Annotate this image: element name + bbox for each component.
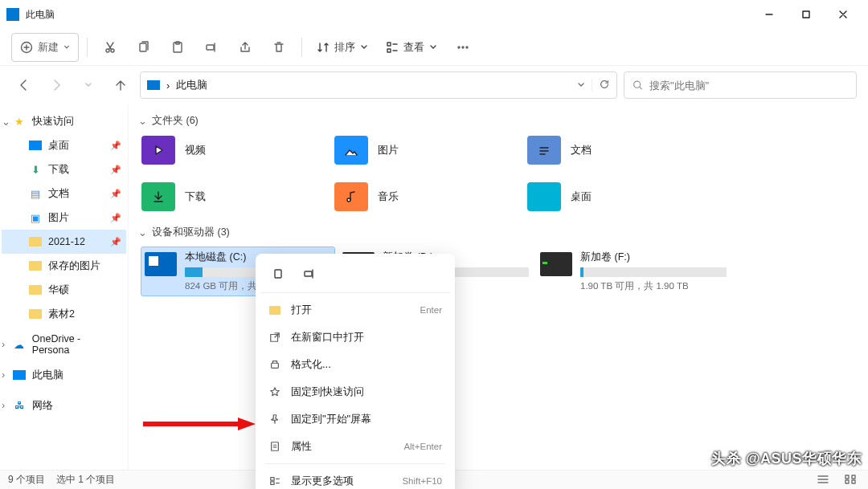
sidebar-item-onedrive[interactable]: › ☁ OneDrive - Persona <box>2 332 126 357</box>
sidebar-label: 素材2 <box>48 308 75 321</box>
pin-icon: 📌 <box>110 237 121 247</box>
group-label: 设备和驱动器 (3) <box>152 226 230 239</box>
folder-desktop[interactable]: 桌面 <box>527 182 720 211</box>
sidebar-item-asus[interactable]: 华硕 <box>2 278 126 302</box>
up-button[interactable] <box>108 72 133 98</box>
chevron-right-icon[interactable]: › <box>2 369 11 381</box>
minimize-button[interactable] <box>751 2 788 27</box>
svg-rect-28 <box>852 480 855 483</box>
new-button[interactable]: 新建 <box>11 33 79 62</box>
sidebar-item-2021-12[interactable]: 2021-12 📌 <box>2 230 126 254</box>
sidebar-item-network[interactable]: › 🖧 网络 <box>2 393 126 418</box>
drive-icon <box>540 252 572 276</box>
ctx-pin-start[interactable]: 固定到"开始"屏幕 <box>260 405 450 433</box>
ctx-copy-button[interactable] <box>265 262 293 286</box>
ctx-properties[interactable]: 属性 Alt+Enter <box>260 433 450 460</box>
close-button[interactable] <box>825 2 862 27</box>
svg-rect-21 <box>271 478 274 481</box>
address-bar[interactable]: › 此电脑 <box>140 71 617 99</box>
sidebar-item-pictures[interactable]: ▣ 图片 📌 <box>2 206 126 230</box>
ctx-label: 格式化... <box>291 357 442 372</box>
drive-free: 1.90 TB 可用，共 1.90 TB <box>580 280 727 292</box>
paste-button[interactable] <box>163 33 192 62</box>
folder-music[interactable]: 音乐 <box>334 182 527 211</box>
sidebar-item-desktop[interactable]: 桌面 📌 <box>2 133 126 157</box>
separator <box>87 38 88 57</box>
drive-f[interactable]: 新加卷 (F:) 1.90 TB 可用，共 1.90 TB <box>537 247 730 295</box>
ctx-format[interactable]: 格式化... <box>260 351 450 378</box>
sidebar-label: 华硕 <box>48 283 69 297</box>
status-count: 9 个项目 <box>8 473 45 487</box>
more-button[interactable] <box>448 33 477 62</box>
delete-button[interactable] <box>264 33 293 62</box>
chevron-right-icon[interactable]: › <box>2 400 11 411</box>
recent-button[interactable] <box>76 72 101 98</box>
breadcrumb[interactable]: 此电脑 <box>176 78 571 92</box>
svg-rect-8 <box>387 43 391 46</box>
sidebar-label: 桌面 <box>48 139 69 153</box>
chevron-right-icon[interactable]: › <box>2 339 11 350</box>
sidebar-item-saved-pics[interactable]: 保存的图片 <box>2 254 126 278</box>
view-button[interactable]: 查看 <box>379 33 444 62</box>
new-label: 新建 <box>38 40 59 55</box>
folder-icon <box>29 309 42 319</box>
search-box[interactable] <box>624 71 857 99</box>
details-view-button[interactable] <box>817 474 833 487</box>
sidebar-label: 此电脑 <box>32 369 63 382</box>
folder-documents[interactable]: 文档 <box>527 136 720 165</box>
sidebar-item-documents[interactable]: ▤ 文档 📌 <box>2 181 126 206</box>
svg-point-12 <box>466 47 468 48</box>
sidebar: ⌄ ★ 快速访问 桌面 📌 ⬇ 下载 📌 ▤ 文档 📌 ▣ 图片 📌 2021-… <box>0 104 129 470</box>
search-input[interactable] <box>649 79 848 92</box>
ctx-rename-button[interactable] <box>296 262 323 286</box>
folder-label: 音乐 <box>378 189 399 204</box>
sort-button[interactable]: 排序 <box>310 33 375 62</box>
group-header-drives[interactable]: ⌄ 设备和驱动器 (3) <box>138 226 860 239</box>
music-icon <box>334 182 368 211</box>
ctx-accelerator: Enter <box>420 305 443 315</box>
share-button[interactable] <box>231 33 260 62</box>
cut-button[interactable] <box>96 33 125 62</box>
group-header-folders[interactable]: ⌄ 文件夹 (6) <box>138 114 860 128</box>
download-icon <box>141 182 175 211</box>
ctx-label: 打开 <box>291 303 411 317</box>
folder-pictures[interactable]: 图片 <box>334 136 527 165</box>
ctx-more-options[interactable]: 显示更多选项 Shift+F10 <box>260 467 450 489</box>
forward-button[interactable] <box>43 72 69 98</box>
chevron-down-icon[interactable]: ⌄ <box>2 116 11 128</box>
watermark: 头杀 @ASUS华硕华东 <box>711 449 862 468</box>
content-area: ⌄ 文件夹 (6) 视频 图片 文档 下载 音乐 <box>129 104 868 470</box>
rename-button[interactable] <box>197 33 226 62</box>
copy-button[interactable] <box>129 33 158 62</box>
sidebar-item-this-pc[interactable]: › 此电脑 <box>2 363 126 387</box>
sidebar-item-material2[interactable]: 素材2 <box>2 302 126 326</box>
document-icon: ▤ <box>29 188 42 199</box>
ctx-pin-quick[interactable]: 固定到快速访问 <box>260 378 450 405</box>
ctx-new-window[interactable]: 在新窗口中打开 <box>260 324 450 351</box>
svg-rect-17 <box>305 271 312 276</box>
folder-label: 视频 <box>185 143 206 157</box>
ctx-accelerator: Shift+F10 <box>402 476 442 486</box>
folder-video[interactable]: 视频 <box>141 136 334 165</box>
back-button[interactable] <box>11 72 37 98</box>
sidebar-label: OneDrive - Persona <box>32 333 120 356</box>
sidebar-item-downloads[interactable]: ⬇ 下载 📌 <box>2 157 126 181</box>
icons-view-button[interactable] <box>844 474 860 487</box>
view-label: 查看 <box>403 40 424 55</box>
document-icon <box>527 136 561 165</box>
folder-icon <box>29 261 42 271</box>
svg-rect-4 <box>140 43 146 51</box>
refresh-button[interactable] <box>592 79 610 92</box>
sidebar-item-quick[interactable]: ⌄ ★ 快速访问 <box>2 109 126 133</box>
ctx-open[interactable]: 打开 Enter <box>260 296 450 324</box>
folder-downloads[interactable]: 下载 <box>141 182 334 211</box>
maximize-button[interactable] <box>788 2 825 27</box>
properties-icon <box>268 441 281 452</box>
more-icon <box>268 475 281 487</box>
separator <box>301 38 302 57</box>
video-icon <box>141 136 175 165</box>
sidebar-label: 下载 <box>48 163 69 177</box>
pin-icon: 📌 <box>110 141 121 151</box>
group-label: 文件夹 (6) <box>152 114 199 128</box>
chevron-down-icon[interactable] <box>577 79 585 92</box>
